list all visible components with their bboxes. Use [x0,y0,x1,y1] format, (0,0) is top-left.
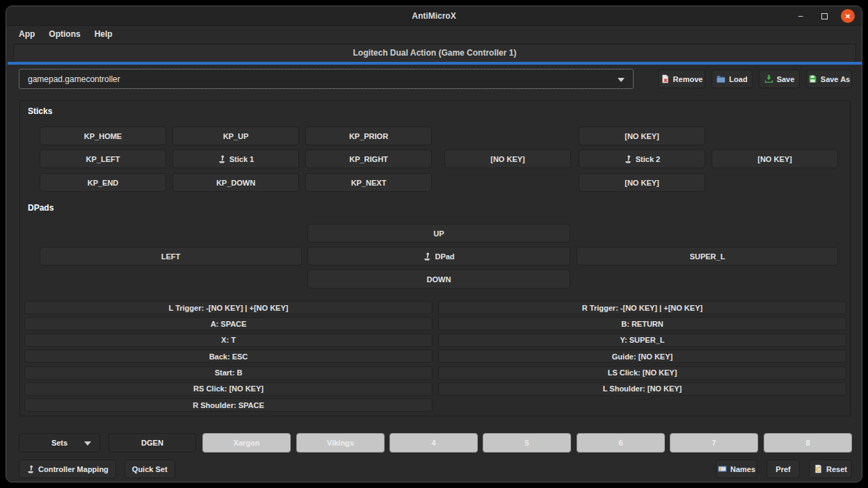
stick1-down-right-button[interactable]: KP_NEXT [305,173,432,192]
maximize-button[interactable] [817,9,831,23]
profile-combobox-value: gamepad.gamecontroller [28,74,120,84]
pref-label: Pref [775,465,790,473]
close-icon: ✕ [845,13,851,20]
a-button[interactable]: A: SPACE [24,317,433,330]
save-as-button[interactable]: Save As [806,70,852,88]
stick2-center-label: Stick 2 [636,155,660,163]
stick2-down-button[interactable]: [NO KEY] [579,173,705,192]
sets-dropdown-label: Sets [51,439,67,447]
set-tab-1[interactable]: DGEN [108,433,196,453]
stick2-center-button[interactable]: Stick 2 [579,149,705,168]
remove-button[interactable]: Remove [658,70,705,88]
minimize-button[interactable]: – [794,9,807,23]
l-trigger-button[interactable]: L Trigger: -[NO KEY] | +[NO KEY] [24,301,433,314]
joystick-icon [218,155,226,163]
bottom-toolbar: Controller Mapping Quick Set Names Pref … [6,459,862,478]
stick1-center-label: Stick 1 [230,155,254,163]
set-tab-8[interactable]: 8 [764,433,852,453]
save-label: Save [777,75,795,83]
spacer [634,69,658,89]
stick2-up-button[interactable]: [NO KEY] [579,127,705,145]
set-tab-4[interactable]: 4 [389,433,478,453]
joystick-icon [624,155,632,163]
controller-mapping-label: Controller Mapping [38,465,108,473]
stick2-left-button[interactable]: [NO KEY] [444,149,571,168]
load-button[interactable]: Load [712,70,753,88]
quick-set-button[interactable]: Quick Set [124,459,175,478]
guide-button[interactable]: Guide: [NO KEY] [438,350,846,363]
stick1-right-button[interactable]: KP_RIGHT [305,149,432,168]
joystick-icon [26,465,35,473]
x-button[interactable]: X: T [24,334,433,347]
names-label: Names [730,465,755,473]
minimize-icon: – [798,11,803,21]
controller-mapping-panel: Sticks KP_HOME KP_UP KP_PRIOR KP_LEFT St… [19,100,851,416]
maximize-icon [821,13,828,19]
menu-bar: App Options Help [6,26,862,42]
stick1-up-left-button[interactable]: KP_HOME [40,127,166,145]
stick1-center-button[interactable]: Stick 1 [172,149,299,168]
dpad-up-button[interactable]: UP [307,224,570,243]
stick2-right-button[interactable]: [NO KEY] [712,149,838,168]
dpad-right-button[interactable]: SUPER_L [577,247,838,266]
quick-set-label: Quick Set [132,465,168,473]
app-window: AntiMicroX – ✕ App Options Help Logitech… [6,6,862,482]
set-tab-5[interactable]: 5 [483,433,571,453]
dpad-center-label: DPad [435,252,454,261]
back-button[interactable]: Back: ESC [24,350,433,363]
window-controls: – ✕ [794,6,855,26]
tab-controller[interactable]: Logitech Dual Action (Game Controller 1) [13,44,856,62]
start-button[interactable]: Start: B [24,366,433,380]
stick1-up-right-button[interactable]: KP_PRIOR [305,127,432,145]
reset-button[interactable]: Reset [809,459,852,478]
reset-refresh-icon [814,464,823,473]
y-button[interactable]: Y: SUPER_L [438,334,846,347]
save-icon [764,74,773,83]
r-trigger-button[interactable]: R Trigger: -[NO KEY] | +[NO KEY] [438,301,846,314]
r-shoulder-button[interactable]: R Shoulder: SPACE [24,398,433,412]
remove-icon [661,74,670,83]
titlebar: AntiMicroX – ✕ [6,6,862,26]
reset-label: Reset [826,465,847,473]
dpad-center-button[interactable]: DPad [307,247,570,266]
stick1-down-left-button[interactable]: KP_END [40,173,166,192]
dpad-down-button[interactable]: DOWN [307,270,570,288]
remove-label: Remove [673,75,703,83]
pref-button[interactable]: Pref [766,459,800,478]
save-button[interactable]: Save [759,70,800,88]
set-tab-6[interactable]: 6 [577,433,665,453]
controller-mapping-button[interactable]: Controller Mapping [19,459,116,478]
l-shoulder-button[interactable]: L Shoulder: [NO KEY] [438,382,846,396]
set-tab-7[interactable]: 7 [670,433,758,453]
dpad-left-button[interactable]: LEFT [40,247,302,266]
bottom-toolbar-left: Controller Mapping Quick Set [19,459,175,478]
names-button[interactable]: Names [716,459,757,478]
chevron-down-icon [84,441,91,446]
rename-field-icon [718,465,727,473]
menu-help[interactable]: Help [88,27,120,41]
stick1-up-button[interactable]: KP_UP [172,127,299,145]
menu-options[interactable]: Options [42,27,87,41]
folder-open-icon [716,74,725,83]
stick1-left-button[interactable]: KP_LEFT [40,149,166,168]
load-label: Load [729,75,747,83]
profile-combobox[interactable]: gamepad.gamecontroller [19,69,634,89]
save-as-label: Save As [821,75,850,83]
chevron-down-icon [618,78,625,82]
set-tab-2[interactable]: Xargon [202,433,291,453]
assignments-right-column: R Trigger: -[NO KEY] | +[NO KEY] B: RETU… [438,301,846,396]
sticks-heading: Sticks [28,106,52,116]
stick1-down-button[interactable]: KP_DOWN [172,173,299,192]
window-title: AntiMicroX [6,6,862,26]
ls-click-button[interactable]: LS Click: [NO KEY] [438,366,846,380]
joystick-icon [423,252,431,261]
tab-indicator [8,62,862,65]
profile-config-row: gamepad.gamecontroller Remove Load Save [19,69,852,89]
b-button[interactable]: B: RETURN [438,317,846,330]
menu-app[interactable]: App [12,27,42,41]
close-button[interactable]: ✕ [841,9,855,23]
rs-click-button[interactable]: RS Click: [NO KEY] [24,382,433,396]
sets-dropdown-button[interactable]: Sets [19,433,100,453]
bottom-toolbar-right: Names Pref Reset [716,459,852,478]
set-tab-3[interactable]: Vikings [296,433,385,453]
